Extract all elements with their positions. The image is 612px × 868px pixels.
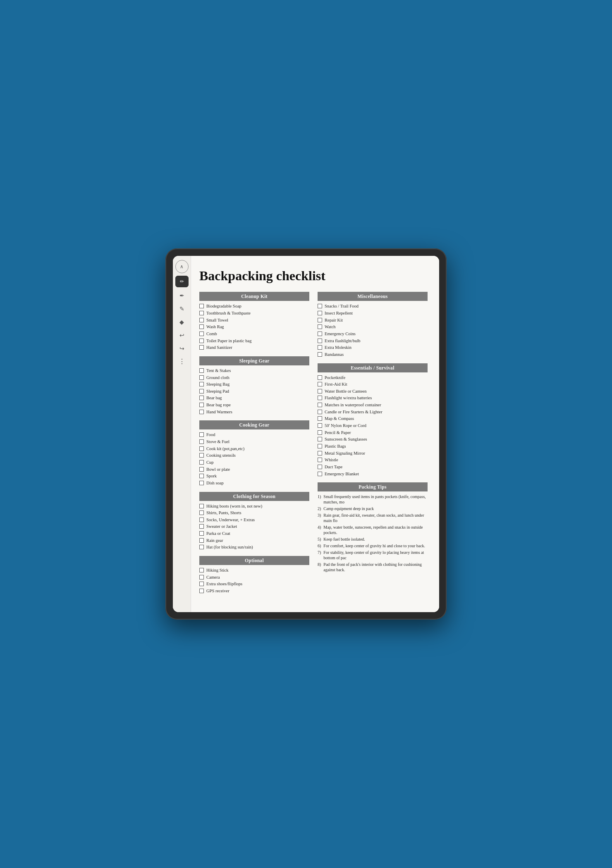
checkbox[interactable] [199,474,204,478]
list-item: 7) For stability, keep center of gravity… [318,550,428,560]
sleeping-items: Tent & Stakes Ground cloth Sleeping Bag … [199,368,309,415]
list-item: 50' Nylon Rope or Cord [318,423,428,429]
checkbox[interactable] [199,339,204,343]
checkbox[interactable] [199,568,204,572]
list-item: Toothbrush & Toothpaste [199,310,309,316]
checkbox[interactable] [199,389,204,393]
list-item: 6) For comfort, keep center of gravity h… [318,543,428,548]
sidebar-highlight-icon[interactable]: ◆ [176,316,188,328]
sidebar-more-icon[interactable]: ⋮ [179,358,185,365]
checkbox[interactable] [199,517,204,522]
checkbox[interactable] [318,339,322,343]
checkbox[interactable] [318,472,322,476]
checkbox[interactable] [199,311,204,315]
checkbox[interactable] [318,444,322,448]
list-item: Comb [199,331,309,337]
list-item: First-Aid Kit [318,382,428,387]
checkbox[interactable] [318,423,322,428]
checkbox[interactable] [199,467,204,472]
sidebar-undo-icon[interactable]: ↩ [176,329,188,341]
list-item: Stove & Fuel [199,439,309,445]
checkbox[interactable] [199,439,204,444]
checkbox[interactable] [318,396,322,400]
checkbox[interactable] [318,382,322,386]
list-item: Cup [199,460,309,465]
list-item: 3) Rain gear, first-aid kit, sweater, cl… [318,513,428,523]
checkbox[interactable] [199,538,204,543]
checkbox[interactable] [318,345,322,350]
checkbox[interactable] [199,446,204,451]
list-item: Small Towel [199,317,309,323]
checkbox[interactable] [318,403,322,407]
checkbox[interactable] [199,375,204,380]
checkbox[interactable] [199,403,204,407]
checkbox[interactable] [199,582,204,586]
section-header-cleanup: Cleanup Kit [199,292,309,301]
checkbox[interactable] [199,318,204,322]
sidebar-pencil-icon[interactable]: ✎ [176,303,188,315]
checkbox[interactable] [199,504,204,508]
checkbox[interactable] [318,331,322,336]
list-item: 5) Keep fuel bottle isolated. [318,537,428,542]
list-item: Metal Signaling Mirror [318,451,428,456]
checkbox[interactable] [199,510,204,515]
checkbox[interactable] [318,437,322,441]
checkbox[interactable] [318,311,322,315]
checkbox[interactable] [199,331,204,336]
checkbox[interactable] [199,453,204,458]
checkbox[interactable] [199,432,204,437]
clothing-items: Hiking boots (worn in, not new) Shirts, … [199,503,309,550]
checkbox[interactable] [318,304,322,308]
checkbox[interactable] [199,382,204,386]
list-item: Pencil & Paper [318,430,428,436]
checkbox[interactable] [318,352,322,357]
checkbox[interactable] [199,368,204,373]
checkbox[interactable] [199,324,204,329]
checkbox[interactable] [318,389,322,393]
list-item: 1) Small frequently used items in pants … [318,494,428,505]
section-optional: Optional Hiking Stick Camera Extra shoes… [199,556,309,594]
checkbox[interactable] [199,531,204,536]
checkbox[interactable] [199,396,204,400]
checkbox[interactable] [199,575,204,579]
list-item: Plastic Bags [318,444,428,449]
list-item: Biodegradable Soap [199,303,309,309]
list-item: Socks, Underwear, + Extras [199,517,309,523]
sidebar-edit-button[interactable]: ✏ [175,276,189,287]
list-item: Sleeping Pad [199,389,309,394]
sidebar-up-button[interactable]: ∧ [175,260,189,273]
checkbox[interactable] [318,416,322,421]
sidebar-pen-icon[interactable]: ✒ [176,290,188,301]
checkbox[interactable] [318,318,322,322]
list-item: Toilet Paper in plastic bag [199,338,309,344]
checkbox[interactable] [199,345,204,350]
document-title: Backpacking checklist [199,268,428,284]
sidebar-redo-icon[interactable]: ↪ [176,343,188,354]
list-item: Extra flashlight/bulb [318,338,428,344]
list-item: Tent & Stakes [199,368,309,374]
checkbox[interactable] [318,458,322,462]
checkbox[interactable] [199,460,204,465]
list-item: Bear bag [199,395,309,401]
tablet-device: ∧ ✏ ✒ ✎ ◆ ↩ ↪ ⋮ Backpacking checklist Cl… [165,248,447,619]
checkbox[interactable] [199,304,204,308]
checkbox[interactable] [318,324,322,329]
checkbox[interactable] [199,410,204,414]
checkbox[interactable] [199,545,204,549]
checkbox[interactable] [318,375,322,380]
checkbox[interactable] [199,524,204,529]
checkbox[interactable] [318,451,322,455]
section-essentials: Essentials / Survival Pocketknife First-… [318,363,428,477]
checkbox[interactable] [318,465,322,469]
list-item: Sunscreen & Sunglasses [318,436,428,442]
list-item: Hiking boots (worn in, not new) [199,503,309,509]
list-item: Dish soap [199,480,309,486]
list-item: Spork [199,473,309,479]
checkbox[interactable] [199,481,204,485]
checkbox[interactable] [318,410,322,414]
list-item: Whistle [318,457,428,463]
checkbox[interactable] [199,589,204,593]
checkbox[interactable] [318,430,322,435]
list-item: Cooking utensils [199,453,309,458]
list-item: Watch [318,324,428,330]
